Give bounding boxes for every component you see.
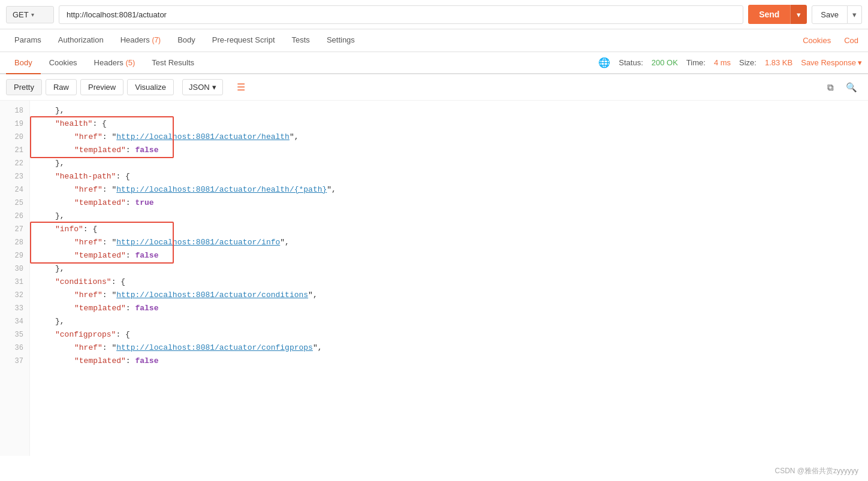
toolbar-icons: ⧉ 🔍 [822, 79, 862, 96]
code-line-26: }, [36, 210, 862, 223]
send-arrow-icon: ▾ [797, 10, 801, 19]
save-response-button[interactable]: Save Response ▾ [801, 58, 862, 67]
code-key: "conditions" [55, 276, 111, 289]
code-link[interactable]: http://localhost:8081/actuator/health [116, 131, 290, 144]
copy-button[interactable]: ⧉ [822, 79, 839, 96]
code-line-30: }, [36, 262, 862, 276]
code-line-19: "health": { [36, 117, 862, 131]
line-number-30: 30 [8, 262, 23, 276]
code-key: "templated" [74, 144, 126, 157]
method-label: GET [13, 10, 29, 19]
line-number-29: 29 [8, 249, 23, 262]
tab-tests[interactable]: Tests [284, 29, 318, 52]
json-label: JSON [189, 83, 210, 92]
code-text: : [103, 236, 112, 249]
code-content: },"health": {"href": "http://localhost:8… [30, 101, 868, 456]
line-number-35: 35 [8, 328, 23, 341]
save-dropdown-button[interactable]: ▾ [848, 5, 862, 24]
send-dropdown-button[interactable]: ▾ [790, 5, 807, 24]
line-number-24: 24 [8, 183, 23, 196]
url-input[interactable] [59, 5, 743, 24]
code-key: "templated" [74, 196, 126, 210]
code-key: "health-path" [55, 170, 116, 183]
method-selector[interactable]: GET ▾ [6, 6, 54, 23]
code-area: 1819202122232425262728293031323334353637… [0, 101, 868, 456]
code-line-37: "templated": false [36, 355, 862, 368]
resp-tab-body[interactable]: Body [6, 52, 41, 74]
tab-settings[interactable]: Settings [318, 29, 363, 52]
code-text: }, [55, 210, 65, 223]
headers-badge: (7) [152, 36, 161, 44]
time-label: Time: [686, 58, 706, 67]
save-button[interactable]: Save [812, 5, 848, 24]
status-label: Status: [619, 58, 643, 67]
line-number-23: 23 [8, 170, 23, 183]
code-text: }, [55, 104, 65, 117]
line-number-36: 36 [8, 341, 23, 355]
code-line-28: "href": "http://localhost:8081/actuator/… [36, 236, 862, 249]
code-text: : [103, 341, 112, 355]
code-line-35: "configprops": { [36, 328, 862, 341]
tab-authorization[interactable]: Authorization [50, 29, 112, 52]
code-key: "href" [74, 131, 103, 144]
code-text: : [103, 131, 112, 144]
response-tabs: Body Cookies Headers (5) Test Results 🌐 … [0, 52, 868, 74]
code-key: "health" [55, 117, 92, 131]
code-key: "href" [74, 236, 103, 249]
response-status-area: 🌐 Status: 200 OK Time: 4 ms Size: 1.83 K… [598, 57, 862, 68]
preview-button[interactable]: Preview [80, 79, 123, 95]
send-button[interactable]: Send [748, 5, 790, 24]
line-number-37: 37 [8, 355, 23, 368]
code-line-20: "href": "http://localhost:8081/actuator/… [36, 131, 862, 144]
send-label: Send [759, 10, 779, 19]
code-link[interactable]: http://localhost:8081/actuator/configpro… [116, 341, 313, 355]
save-label: Save [821, 10, 839, 19]
visualize-button[interactable]: Visualize [127, 79, 174, 95]
size-label: Size: [739, 58, 757, 67]
line-number-33: 33 [8, 302, 23, 315]
code-line-36: "href": "http://localhost:8081/actuator/… [36, 341, 862, 355]
code-boolean: false [135, 144, 158, 157]
wrap-icon[interactable]: ☰ [231, 78, 251, 96]
resp-tab-headers[interactable]: Headers (5) [86, 52, 144, 74]
resp-tab-test-results[interactable]: Test Results [143, 52, 203, 74]
code-line-34: }, [36, 315, 862, 328]
code-text: : [103, 289, 112, 302]
code-text: }, [55, 157, 65, 170]
line-number-28: 28 [8, 236, 23, 249]
json-format-selector[interactable]: JSON ▾ [182, 79, 223, 95]
code-text: }, [55, 262, 65, 276]
code-boolean: false [135, 302, 158, 315]
line-number-21: 21 [8, 144, 23, 157]
tab-body[interactable]: Body [169, 29, 204, 52]
code-key: "templated" [74, 302, 126, 315]
tab-cod-link[interactable]: Cod [840, 30, 862, 51]
size-value: 1.83 KB [765, 58, 792, 67]
code-link[interactable]: http://localhost:8081/actuator/health/{*… [116, 183, 327, 196]
resp-tab-cookies[interactable]: Cookies [41, 52, 86, 74]
pretty-button[interactable]: Pretty [6, 79, 42, 95]
code-boolean: true [135, 196, 153, 210]
code-line-21: "templated": false [36, 144, 862, 157]
search-button[interactable]: 🔍 [841, 79, 862, 96]
raw-button[interactable]: Raw [46, 79, 77, 95]
tab-cookies-link[interactable]: Cookies [799, 30, 834, 51]
code-key: "templated" [74, 249, 126, 262]
code-line-32: "href": "http://localhost:8081/actuator/… [36, 289, 862, 302]
line-number-27: 27 [8, 223, 23, 236]
code-link[interactable]: http://localhost:8081/actuator/info [116, 236, 280, 249]
resp-headers-badge: (5) [125, 58, 135, 67]
code-line-18: }, [36, 104, 862, 117]
code-line-33: "templated": false [36, 302, 862, 315]
globe-icon: 🌐 [598, 57, 610, 68]
code-key: "info" [55, 223, 83, 236]
code-text: : { [111, 276, 125, 289]
code-line-22: }, [36, 157, 862, 170]
tab-params[interactable]: Params [6, 29, 50, 52]
code-text: : { [92, 117, 106, 131]
tab-pre-request-script[interactable]: Pre-request Script [204, 29, 284, 52]
tab-headers[interactable]: Headers (7) [112, 29, 169, 52]
save-response-arrow: ▾ [858, 58, 862, 67]
code-link[interactable]: http://localhost:8081/actuator/condition… [116, 289, 308, 302]
method-arrow: ▾ [31, 11, 34, 18]
